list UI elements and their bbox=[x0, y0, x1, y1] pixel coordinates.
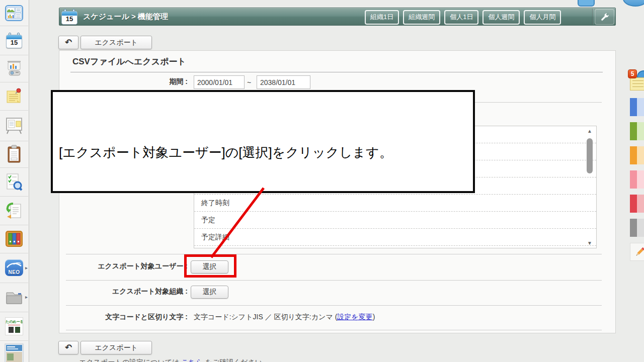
blue-tab-light-band bbox=[637, 98, 644, 116]
module-header-bar: 15 スケジュール > 機能管理 組織1日 組織週間 個人1日 個人週間 個人月… bbox=[59, 8, 616, 26]
back-button-top[interactable]: ↶ bbox=[58, 36, 78, 49]
pink-tab-dark-band bbox=[630, 170, 637, 189]
breadcrumb: スケジュール > 機能管理 bbox=[83, 12, 168, 22]
sidebar-item-tanomail[interactable]: たのめーる bbox=[0, 312, 28, 341]
row-divider bbox=[66, 280, 602, 281]
blue-tab-dark-band bbox=[630, 98, 637, 116]
clipped-top-icon[interactable] bbox=[623, 0, 644, 7]
presentation-icon bbox=[5, 60, 24, 77]
wrench-icon bbox=[600, 12, 610, 22]
right-tab-blue[interactable] bbox=[630, 98, 644, 116]
sidebar-item-ad[interactable] bbox=[0, 340, 28, 362]
sidebar-item-survey[interactable] bbox=[0, 167, 28, 197]
row-divider bbox=[66, 330, 602, 330]
neo-label: NEO bbox=[8, 269, 20, 275]
list-item: 予定 bbox=[194, 211, 596, 228]
pink-tab-light-band bbox=[637, 170, 644, 189]
period-tilde: ~ bbox=[247, 78, 251, 86]
sidebar-item-memo[interactable] bbox=[0, 82, 28, 111]
right-tab-red[interactable] bbox=[630, 195, 644, 213]
clipped-footer-link[interactable]: こちら bbox=[182, 358, 203, 362]
sidebar-item-schedule[interactable]: 15 bbox=[0, 26, 28, 55]
right-tab-green[interactable] bbox=[630, 122, 644, 140]
sidebar-item-bulletin-board[interactable] bbox=[0, 110, 28, 141]
row-divider bbox=[66, 305, 602, 306]
back-arrow-icon: ↶ bbox=[65, 342, 72, 353]
notification-count-badge: 5 bbox=[628, 69, 637, 78]
checklist-search-icon bbox=[5, 173, 23, 191]
back-arrow-icon: ↶ bbox=[65, 37, 72, 48]
page-title: CSVファイルへエクスポート bbox=[72, 56, 186, 67]
tutorial-callout-text: [エクスポート対象ユーザー]の[選択]をクリックします。 bbox=[59, 144, 392, 161]
right-tab-orange[interactable] bbox=[630, 146, 644, 164]
tanomail-label: たのめーる bbox=[6, 319, 23, 324]
memo-note-icon bbox=[630, 77, 644, 90]
view-button-personal-week[interactable]: 個人週間 bbox=[482, 10, 520, 25]
tutorial-callout-box: [エクスポート対象ユーザー]の[選択]をクリックします。 bbox=[51, 90, 475, 193]
period-to-input[interactable] bbox=[257, 75, 310, 89]
ad-banner-icon bbox=[5, 343, 24, 362]
calendar-day-number: 15 bbox=[6, 39, 22, 46]
right-tab-pink[interactable] bbox=[630, 170, 644, 189]
view-button-personal-month[interactable]: 個人月間 bbox=[524, 10, 561, 25]
flyout-arrow-icon[interactable]: ▸ bbox=[25, 294, 28, 300]
sidebar-item-portal[interactable] bbox=[0, 0, 28, 26]
select-user-button[interactable]: 選択 bbox=[191, 260, 228, 274]
scroll-up-icon[interactable]: ▲ bbox=[585, 128, 595, 134]
settings-wrench-button[interactable] bbox=[595, 9, 614, 25]
gray-tab-dark-band bbox=[630, 219, 637, 237]
sidebar-item-report[interactable] bbox=[0, 141, 28, 168]
green-tab-light-band bbox=[637, 122, 644, 140]
whiteboard-icon bbox=[5, 117, 24, 135]
folder-icon bbox=[5, 290, 23, 305]
orange-tab-light-band bbox=[637, 146, 644, 164]
notification-memo-icon[interactable]: 5 bbox=[628, 69, 644, 93]
green-tab-dark-band bbox=[630, 122, 637, 140]
clipped-footer-text: エクスポートの設定については こちら をご確認ください。 bbox=[79, 358, 310, 362]
back-button-bottom[interactable]: ↶ bbox=[58, 341, 78, 354]
pencil-icon bbox=[633, 245, 644, 258]
list-item: 終了時刻 bbox=[194, 194, 596, 211]
change-settings-link[interactable]: 設定を変更 bbox=[337, 313, 372, 321]
export-button-bottom[interactable]: エクスポート bbox=[80, 341, 152, 354]
calendar-day-number: 15 bbox=[61, 15, 77, 23]
sticky-note-icon bbox=[6, 87, 23, 105]
scroll-thumb[interactable] bbox=[587, 138, 593, 173]
sidebar-item-folder[interactable]: ▸ bbox=[0, 283, 28, 312]
sidebar-item-neo[interactable]: NEO ▸ bbox=[0, 253, 28, 283]
list-item: 場所 bbox=[194, 245, 596, 248]
period-from-input[interactable] bbox=[194, 75, 245, 89]
red-tab-light-band bbox=[637, 195, 644, 213]
edit-pencil-button[interactable] bbox=[630, 243, 644, 261]
clipped-top-icon[interactable] bbox=[578, 0, 595, 7]
export-org-label: エクスポート対象組織 : bbox=[66, 287, 188, 296]
export-user-label: エクスポート対象ユーザー : bbox=[66, 262, 188, 271]
flyout-arrow-icon[interactable]: ▸ bbox=[25, 265, 28, 270]
view-switch-group: 組織1日 組織週間 個人1日 個人週間 個人月間 bbox=[365, 10, 561, 25]
left-app-sidebar: 15 bbox=[0, 0, 29, 362]
application-window: 15 bbox=[0, 0, 644, 362]
tanomail-logo-icon: たのめーる bbox=[5, 317, 23, 335]
export-button-top[interactable]: エクスポート bbox=[80, 36, 152, 49]
period-label: 期間 : bbox=[66, 77, 188, 86]
select-org-button[interactable]: 選択 bbox=[191, 286, 228, 299]
scroll-down-icon[interactable]: ▼ bbox=[585, 240, 595, 246]
clipboard-icon bbox=[7, 145, 22, 163]
portal-icon bbox=[5, 5, 23, 21]
schedule-calendar-icon: 15 bbox=[6, 33, 22, 48]
view-button-org-week[interactable]: 組織週間 bbox=[403, 10, 440, 25]
view-button-org-day[interactable]: 組織1日 bbox=[365, 10, 399, 25]
list-scrollbar[interactable]: ▲ ▼ bbox=[585, 127, 595, 247]
title-underline bbox=[70, 72, 603, 72]
sidebar-item-circulation[interactable] bbox=[0, 196, 28, 225]
row-divider bbox=[66, 254, 602, 254]
charset-label: 文字コードと区切り文字 : bbox=[66, 313, 188, 322]
right-tab-gray[interactable] bbox=[630, 219, 644, 237]
charset-value: 文字コード:シフトJIS ／ 区切り文字:カンマ (設定を変更) bbox=[194, 313, 375, 322]
view-button-personal-day[interactable]: 個人1日 bbox=[444, 10, 478, 25]
desknets-neo-icon: NEO bbox=[5, 259, 23, 276]
sidebar-item-web-meeting[interactable] bbox=[0, 55, 28, 82]
sidebar-item-cabinet[interactable] bbox=[0, 225, 28, 253]
red-tab-dark-band bbox=[630, 195, 637, 213]
document-refresh-icon bbox=[5, 202, 23, 220]
